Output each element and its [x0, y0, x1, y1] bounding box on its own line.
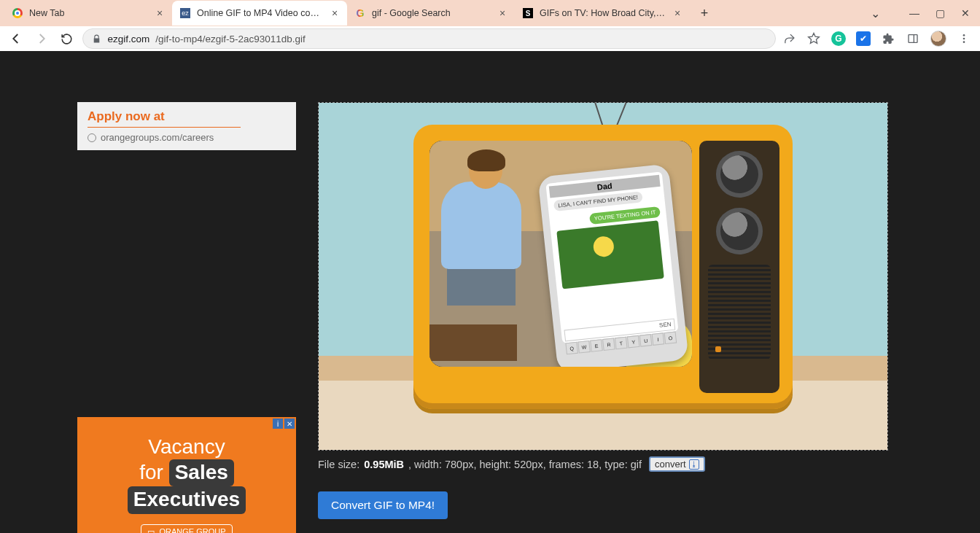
tab-title: Online GIF to MP4 Video convert	[197, 8, 324, 18]
reload-button[interactable]	[57, 28, 77, 49]
extensions-icon[interactable]	[881, 31, 895, 46]
window-controls: ⌄ ― ▢ ✕	[871, 7, 980, 20]
close-icon[interactable]: ×	[672, 8, 682, 18]
chrome-icon	[12, 7, 23, 19]
tab-title: gif - Google Search	[372, 8, 491, 18]
tv-knob	[716, 208, 763, 254]
convert-chip[interactable]: convert ⭳	[649, 456, 705, 472]
profile-avatar[interactable]	[930, 31, 946, 47]
google-icon: G	[354, 7, 366, 19]
ad-banner-side[interactable]: i✕ Vacancy for Sales Executives ▭ ORANGE…	[77, 417, 296, 533]
tv-illustration: Dad LISA, I CAN'T FIND MY PHONE! YOU'RE …	[413, 125, 793, 409]
globe-icon	[88, 133, 96, 142]
close-icon[interactable]: ×	[330, 8, 340, 18]
back-button[interactable]	[6, 28, 26, 49]
address-bar: ezgif.com/gif-to-mp4/ezgif-5-2ac93011db.…	[0, 26, 980, 51]
close-window-button[interactable]: ✕	[961, 7, 970, 19]
lock-icon	[92, 34, 101, 44]
tab-google[interactable]: G gif - Google Search ×	[347, 1, 515, 26]
maximize-button[interactable]: ▢	[936, 7, 945, 19]
site-icon: S	[522, 7, 534, 19]
grammarly-icon[interactable]: G	[831, 31, 846, 46]
toolbar-right: G ✔	[782, 31, 974, 47]
tab-title: New Tab	[29, 8, 149, 18]
tab-title: GIFs on TV: How Broad City, The	[540, 8, 666, 18]
minimize-button[interactable]: ―	[909, 7, 919, 19]
share-icon[interactable]	[782, 31, 796, 46]
close-icon[interactable]: ×	[497, 8, 508, 18]
bookmark-star-icon[interactable]	[806, 31, 821, 46]
svg-point-3	[963, 38, 965, 40]
ad-heading: Vacancy for Sales Executives	[90, 435, 283, 514]
tab-article[interactable]: S GIFs on TV: How Broad City, The ×	[515, 1, 690, 26]
sidepanel-icon[interactable]	[906, 31, 920, 46]
chevron-down-icon[interactable]: ⌄	[871, 7, 880, 20]
svg-point-4	[963, 41, 965, 43]
browser-chrome: New Tab × ez Online GIF to MP4 Video con…	[0, 0, 980, 51]
url-path: /gif-to-mp4/ezgif-5-2ac93011db.gif	[155, 34, 306, 44]
file-size-value: 0.95MiB	[364, 459, 404, 470]
ad-brand-chip: ▭ ORANGE GROUP	[141, 524, 232, 533]
ad-headline: Apply now at	[88, 109, 241, 128]
tab-newtab[interactable]: New Tab ×	[4, 1, 172, 26]
extension-blue-icon[interactable]: ✔	[856, 31, 871, 46]
adchoices-icon[interactable]: i✕	[273, 419, 295, 429]
gif-preview: Dad LISA, I CAN'T FIND MY PHONE! YOU'RE …	[318, 102, 888, 451]
url-host: ezgif.com	[107, 34, 149, 44]
new-tab-button[interactable]: +	[694, 3, 715, 23]
tv-knob	[716, 151, 763, 198]
convert-button[interactable]: Convert GIF to MP4!	[318, 491, 448, 519]
page-body: Apply now at orangegroups.com/careers i✕…	[0, 51, 980, 533]
svg-rect-0	[909, 35, 917, 43]
tab-ezgif[interactable]: ez Online GIF to MP4 Video convert ×	[172, 1, 347, 26]
svg-point-2	[963, 34, 965, 36]
tv-speaker	[708, 265, 771, 359]
kebab-menu-icon[interactable]	[957, 31, 971, 46]
file-info-line: File size: 0.95MiB , width: 780px, heigh…	[318, 456, 705, 472]
forward-button[interactable]	[31, 28, 51, 49]
ad-subline: orangegroups.com/careers	[88, 132, 286, 143]
ad-banner-top[interactable]: Apply now at orangegroups.com/careers	[77, 102, 296, 150]
ezgif-icon: ez	[179, 7, 191, 19]
download-arrow-icon: ⭳	[689, 459, 699, 470]
url-input[interactable]: ezgif.com/gif-to-mp4/ezgif-5-2ac93011db.…	[82, 28, 776, 49]
gif-thumbnail	[556, 220, 664, 289]
close-icon[interactable]: ×	[155, 8, 165, 18]
phone-illustration: Dad LISA, I CAN'T FIND MY PHONE! YOU'RE …	[537, 163, 688, 367]
tab-strip: New Tab × ez Online GIF to MP4 Video con…	[0, 0, 980, 26]
